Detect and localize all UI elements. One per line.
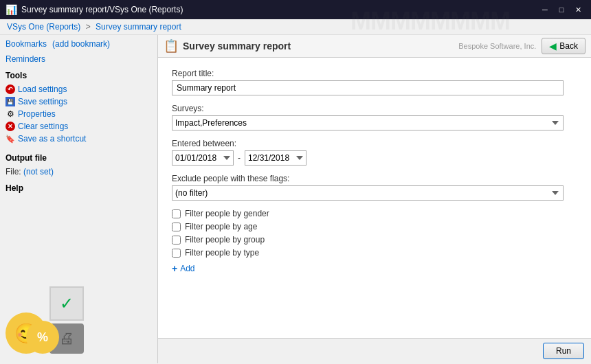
date-row: 01/01/2018 - 12/31/2018: [172, 150, 577, 166]
reminders-link[interactable]: Reminders: [5, 54, 45, 64]
filter-type-label[interactable]: Filter people by type: [185, 248, 259, 258]
add-link[interactable]: Add: [180, 264, 194, 273]
content-title: Survey summary report: [183, 41, 291, 52]
report-title-group: Report title:: [172, 69, 577, 95]
date-to-select[interactable]: 12/31/2018: [245, 150, 306, 166]
filter-type-checkbox[interactable]: [172, 249, 181, 258]
nav-links: Bookmarks (add bookmark) Reminders: [5, 39, 152, 64]
bottom-bar: Run: [158, 338, 591, 363]
properties-item[interactable]: ⚙ Properties: [5, 109, 152, 119]
exclude-flags-group: Exclude people with these flags: (no fil…: [172, 174, 577, 201]
date-dash: -: [238, 153, 241, 163]
filter-gender-group: Filter people by gender: [172, 209, 577, 218]
breadcrumb: VSys One (Reports) > Survey summary repo…: [0, 19, 591, 35]
filter-group-checkbox[interactable]: [172, 236, 181, 244]
header-right: Bespoke Software, Inc. ◀ Back: [458, 38, 586, 54]
back-button[interactable]: ◀ Back: [542, 38, 586, 54]
report-title-input[interactable]: [172, 80, 564, 95]
filter-group-group: Filter people by group: [172, 235, 577, 244]
checkmark-icon: ✓: [49, 286, 84, 321]
filter-group-label[interactable]: Filter people by group: [185, 235, 265, 244]
form-area: Report title: Surveys: Impact,Preference…: [158, 58, 591, 338]
app-icon: 📊: [5, 4, 17, 15]
surveys-group: Surveys: Impact,Preferences: [172, 104, 577, 130]
save-settings-link[interactable]: Save settings: [18, 97, 67, 106]
clear-icon: ✕: [5, 122, 15, 131]
shortcut-icon: 🔖: [5, 134, 15, 144]
run-button[interactable]: Run: [543, 343, 584, 359]
back-label: Back: [559, 41, 578, 51]
bespoke-label: Bespoke Software, Inc.: [458, 42, 536, 50]
entered-between-label: Entered between:: [172, 139, 577, 148]
save-shortcut-item[interactable]: 🔖 Save as a shortcut: [5, 134, 152, 144]
gear-icon: ⚙: [5, 109, 15, 119]
load-settings-link[interactable]: Load settings: [18, 84, 67, 94]
add-plus-icon: +: [172, 263, 177, 274]
filter-age-label[interactable]: Filter people by age: [185, 222, 257, 231]
date-from-select[interactable]: 01/01/2018: [172, 150, 234, 166]
title-bar: 📊 Survey summary report/VSys One (Report…: [0, 0, 591, 19]
exclude-flags-label: Exclude people with these flags:: [172, 174, 577, 183]
output-file-row: File: (not set): [5, 167, 152, 177]
help-title: Help: [5, 183, 152, 193]
bookmarks-link[interactable]: Bookmarks: [5, 39, 47, 49]
clear-settings-link[interactable]: Clear settings: [18, 122, 68, 131]
main-container: Bookmarks (add bookmark) Reminders Tools…: [0, 35, 591, 363]
content-area: 📋 Survey summary report Bespoke Software…: [158, 35, 591, 363]
clear-settings-item[interactable]: ✕ Clear settings: [5, 122, 152, 131]
breadcrumb-parent-link[interactable]: VSys One (Reports): [7, 22, 80, 32]
close-button[interactable]: ✕: [570, 3, 586, 16]
save-settings-item[interactable]: 💾 Save settings: [5, 97, 152, 106]
filter-age-group: Filter people by age: [172, 222, 577, 231]
filter-gender-checkbox[interactable]: [172, 209, 181, 218]
load-icon: ↶: [5, 84, 15, 94]
add-bookmark-link[interactable]: (add bookmark): [52, 39, 110, 49]
date-group: Entered between: 01/01/2018 - 12/31/2018: [172, 139, 577, 166]
tools-section-title: Tools: [5, 71, 152, 80]
surveys-label: Surveys:: [172, 104, 577, 113]
back-arrow-icon: ◀: [549, 41, 557, 52]
percent-icon: %: [26, 321, 59, 354]
minimize-button[interactable]: ─: [537, 3, 553, 16]
output-title: Output file: [5, 153, 152, 163]
exclude-flags-select[interactable]: (no filter): [172, 185, 564, 201]
window-title: Survey summary report/VSys One (Reports): [21, 5, 183, 14]
save-shortcut-link[interactable]: Save as a shortcut: [18, 134, 86, 144]
output-file-value[interactable]: (not set): [23, 167, 54, 177]
report-icon: 📋: [164, 38, 179, 54]
content-header: 📋 Survey summary report Bespoke Software…: [158, 35, 591, 58]
surveys-select[interactable]: Impact,Preferences: [172, 115, 564, 130]
filter-age-checkbox[interactable]: [172, 223, 181, 231]
save-icon: 💾: [5, 97, 15, 106]
sidebar: Bookmarks (add bookmark) Reminders Tools…: [0, 35, 158, 363]
output-file-label: File:: [5, 167, 21, 177]
breadcrumb-separator: >: [86, 22, 91, 32]
add-link-row[interactable]: + Add: [172, 263, 577, 274]
filter-type-group: Filter people by type: [172, 248, 577, 258]
load-settings-item[interactable]: ↶ Load settings: [5, 84, 152, 94]
breadcrumb-current-link[interactable]: Survey summary report: [96, 22, 181, 32]
window-controls: ─ □ ✕: [537, 3, 586, 16]
maximize-button[interactable]: □: [554, 3, 569, 16]
report-title-label: Report title:: [172, 69, 577, 78]
help-section: Help: [5, 183, 152, 197]
content-header-left: 📋 Survey summary report: [164, 38, 291, 54]
output-section: Output file File: (not set): [5, 153, 152, 177]
properties-link[interactable]: Properties: [18, 109, 56, 119]
filter-gender-label[interactable]: Filter people by gender: [185, 209, 269, 218]
